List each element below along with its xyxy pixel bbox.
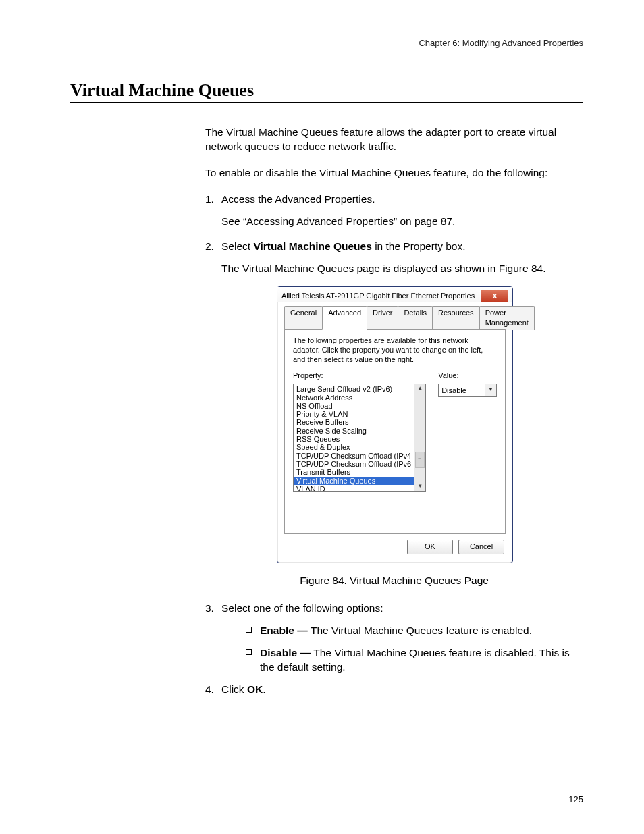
property-label: Property: [293,371,426,381]
dialog-title-bar: Allied Telesis AT-2911GP Gigabit Fiber E… [277,287,512,302]
option-enable-text: Enable — The Virtual Machine Queues feat… [260,624,583,638]
step-3: 3. Select one of the following options: [205,602,583,616]
step-2-number: 2. [205,240,221,254]
listbox-scrollbar[interactable]: ▲ ▼ [414,384,425,491]
option-enable: Enable — The Virtual Machine Queues feat… [246,624,583,638]
list-item[interactable]: VLAN ID [294,485,414,491]
step-4-post: . [263,683,265,695]
value-dropdown[interactable]: Disable ▼ [438,384,497,397]
property-listbox[interactable]: Large Send Offload v2 (IPv6)Network Addr… [293,384,426,492]
dialog-title: Allied Telesis AT-2911GP Gigabit Fiber E… [281,290,481,301]
intro-paragraph-1: The Virtual Machine Queues feature allow… [205,126,583,154]
option-enable-bold: Enable — [260,625,311,636]
list-item[interactable]: Large Send Offload v2 (IPv6) [294,385,414,393]
tab-details[interactable]: Details [398,306,433,330]
list-item[interactable]: Speed & Duplex [294,443,414,451]
step-2: 2. Select Virtual Machine Queues in the … [205,240,583,254]
step-1-subtext: See “Accessing Advanced Properties” on p… [221,215,583,229]
chevron-down-icon[interactable]: ▼ [485,384,496,396]
tab-bar: General Advanced Driver Details Resource… [277,302,512,330]
intro-paragraph-2: To enable or disable the Virtual Machine… [205,166,583,180]
figure-caption: Figure 84. Virtual Machine Queues Page [205,574,583,588]
page: Chapter 6: Modifying Advanced Properties… [0,0,644,834]
list-item[interactable]: TCP/UDP Checksum Offload (IPv4 [294,452,414,460]
step-4-text: Click OK. [221,683,583,697]
scroll-thumb[interactable] [415,452,425,468]
step-1-text: Access the Advanced Properties. [221,192,583,207]
list-item[interactable]: Receive Buffers [294,418,414,426]
value-column: Value: Disable ▼ [438,371,497,492]
property-column: Property: Large Send Offload v2 (IPv6)Ne… [293,371,426,492]
step-2-text: Select Virtual Machine Queues in the Pro… [221,240,583,254]
list-item[interactable]: Network Address [294,394,414,402]
value-dropdown-text: Disable [439,386,485,396]
option-disable: Disable — The Virtual Machine Queues fea… [246,646,583,675]
property-list-items[interactable]: Large Send Offload v2 (IPv6)Network Addr… [294,384,414,491]
option-disable-bold: Disable — [260,647,313,658]
page-chapter-header: Chapter 6: Modifying Advanced Properties [70,38,583,48]
step-3-number: 3. [205,602,221,616]
scroll-down-icon[interactable]: ▼ [417,484,423,490]
properties-dialog: Allied Telesis AT-2911GP Gigabit Fiber E… [277,286,513,563]
list-item[interactable]: Transmit Buffers [294,468,414,476]
tab-pane-advanced: The following properties are available f… [284,329,506,534]
dialog-description: The following properties are available f… [293,336,497,364]
step-4-pre: Click [221,683,247,695]
close-button[interactable]: x [481,290,508,302]
list-item[interactable]: Receive Side Scaling [294,427,414,435]
step-1: 1. Access the Advanced Properties. [205,192,583,207]
list-item[interactable]: Priority & VLAN [294,410,414,418]
figure-84: Allied Telesis AT-2911GP Gigabit Fiber E… [277,286,512,563]
list-item[interactable]: RSS Queues [294,435,414,443]
step-2-subtext: The Virtual Machine Queues page is displ… [221,262,583,276]
tab-power-management[interactable]: Power Management [479,306,535,330]
step-3-text: Select one of the following options: [221,602,583,616]
section-title: Virtual Machine Queues [70,80,583,103]
scroll-up-icon[interactable]: ▲ [417,386,423,392]
option-disable-text: Disable — The Virtual Machine Queues fea… [260,646,583,675]
tab-advanced[interactable]: Advanced [322,306,367,330]
page-number: 125 [568,794,583,804]
tab-general[interactable]: General [284,306,323,330]
step-4-bold: OK [247,683,263,695]
list-item[interactable]: NS Offload [294,402,414,410]
bullet-icon [246,627,252,633]
step-4: 4. Click OK. [205,683,583,697]
value-label: Value: [438,371,497,381]
list-item[interactable]: TCP/UDP Checksum Offload (IPv6 [294,460,414,468]
tab-resources[interactable]: Resources [432,306,480,330]
bullet-icon [246,649,252,655]
step-2-post: in the Property box. [372,240,466,252]
ok-button[interactable]: OK [407,540,453,554]
step-1-number: 1. [205,192,221,207]
cancel-button[interactable]: Cancel [458,540,504,554]
step-4-number: 4. [205,683,221,697]
option-enable-rest: The Virtual Machine Queues feature is en… [311,625,532,636]
step-2-bold: Virtual Machine Queues [253,240,371,252]
tab-driver[interactable]: Driver [367,306,398,330]
dialog-buttons: OK Cancel [277,540,512,563]
list-item[interactable]: Virtual Machine Queues [294,477,414,485]
body-column: The Virtual Machine Queues feature allow… [205,126,583,697]
step-2-pre: Select [221,240,253,252]
